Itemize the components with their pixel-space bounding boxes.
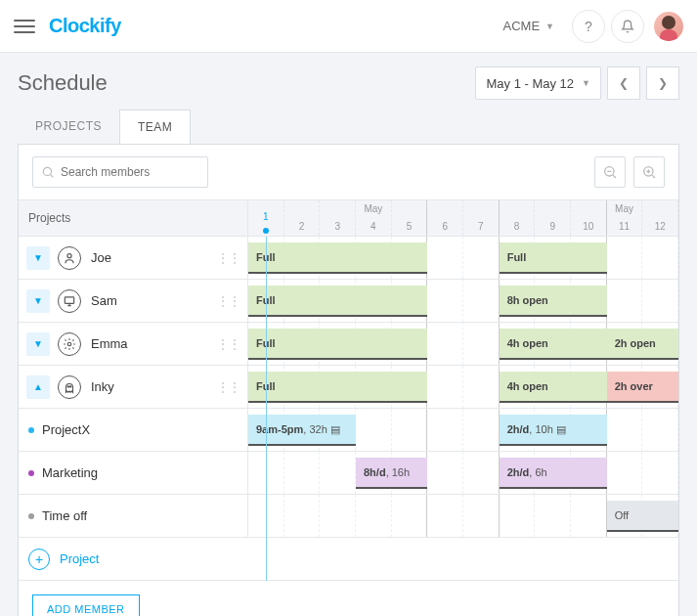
tab-projects[interactable]: PROJECTS [18,110,119,144]
svg-point-0 [43,167,51,175]
expand-button[interactable]: ▼ [26,332,50,356]
schedule-bar[interactable]: 8h/d, 16h [356,458,427,489]
add-member-button[interactable]: ADD MEMBER [32,594,140,616]
project-dot-icon [28,513,34,519]
toolbar [19,145,678,199]
date-range-label: May 1 - May 12 [486,76,574,91]
collapse-button[interactable]: ▲ [26,375,50,399]
expand-button[interactable]: ▼ [26,246,50,270]
plus-icon: + [28,549,50,570]
member-left: ▲Inky⋮⋮ [19,366,248,408]
top-bar: Clockify ACME ▼ ? [0,0,697,53]
search-input[interactable] [61,165,188,179]
member-row: ▼Joe⋮⋮FullFull [19,237,678,280]
drag-handle-icon[interactable]: ⋮⋮ [216,250,240,266]
tabs: PROJECTS TEAM [0,110,697,144]
drag-handle-icon[interactable]: ⋮⋮ [216,293,240,309]
schedule-bar[interactable]: 2h open [607,329,678,360]
bell-icon[interactable] [611,10,644,43]
member-name: Inky [91,379,114,394]
day-header-10: 10 [571,200,607,236]
member-days: FullFull [248,237,678,279]
member-icon [58,289,81,313]
project-name: Time off [42,508,87,523]
schedule-grid: Projects 1234May567891011May12 ▼Joe⋮⋮Ful… [19,199,678,581]
expand-button[interactable]: ▼ [26,289,50,313]
member-name: Joe [91,250,111,265]
project-left: Time off [19,495,248,537]
add-project-button[interactable]: + Project [19,538,678,581]
day-header-1: 1 [248,200,284,236]
schedule-bar[interactable]: Full [248,286,427,317]
svg-point-13 [67,342,71,346]
zoom-in-button[interactable] [633,156,665,188]
zoom-out-button[interactable] [594,156,626,188]
schedule-bar[interactable]: Off [607,501,678,532]
day-header-12: 12 [642,200,678,236]
svg-point-15 [70,385,71,386]
search-icon [41,165,55,179]
drag-handle-icon[interactable]: ⋮⋮ [216,379,240,395]
chevron-down-icon: ▼ [582,78,590,88]
tab-team[interactable]: TEAM [119,110,191,144]
days-header: 1234May567891011May12 [248,200,678,236]
svg-line-8 [652,175,655,178]
schedule-bar[interactable]: 9am-5pm, 32h ▤ [248,415,356,446]
day-header-2: 2 [284,200,321,236]
schedule-bar[interactable]: 4h open [500,329,607,360]
title-row: Schedule May 1 - May 12 ▼ ❮ ❯ [0,53,697,110]
member-left: ▼Joe⋮⋮ [19,237,248,279]
workspace-selector[interactable]: ACME ▼ [503,19,554,33]
member-icon [58,375,81,399]
avatar[interactable] [654,12,683,41]
prev-button[interactable]: ❮ [607,66,640,100]
schedule-bar[interactable]: 2h/d, 6h [500,458,607,489]
day-header-7: 7 [463,200,500,236]
day-header-5: 5 [392,200,428,236]
member-icon [58,246,81,270]
svg-rect-10 [65,296,73,302]
member-row: ▼Emma⋮⋮Full4h open2h open [19,323,678,366]
help-icon[interactable]: ? [572,10,605,43]
schedule-bar[interactable]: 4h open [500,372,607,403]
next-button[interactable]: ❯ [646,66,679,100]
chevron-down-icon: ▼ [545,22,554,31]
svg-line-1 [51,175,54,178]
drag-handle-icon[interactable]: ⋮⋮ [216,336,240,352]
svg-line-4 [613,175,616,178]
day-header-3: 3 [320,200,356,236]
date-range-picker[interactable]: May 1 - May 12 ▼ [475,66,601,100]
member-row: ▲Inky⋮⋮Full4h open2h over [19,366,678,409]
svg-point-14 [67,385,68,386]
project-days: Off [248,495,678,537]
project-row: Marketing8h/d, 16h2h/d, 6h [19,452,678,495]
member-row: ▼Sam⋮⋮Full8h open [19,280,678,323]
schedule-bar[interactable]: Full [248,329,427,360]
page-title: Schedule [18,70,475,96]
day-header-8: 8 [500,200,536,236]
day-header-9: 9 [535,200,571,236]
member-name: Sam [91,293,117,308]
project-left: Marketing [19,452,248,494]
svg-point-9 [67,253,71,257]
schedule-bar[interactable]: 2h over [607,372,678,403]
project-days: 8h/d, 16h2h/d, 6h [248,452,678,494]
project-left: ProjectX [19,409,248,451]
schedule-bar[interactable]: 2h/d, 10h ▤ [500,415,607,446]
project-row: Time offOff [19,495,678,538]
workspace-name: ACME [503,19,541,33]
member-name: Emma [91,336,128,351]
member-left: ▼Sam⋮⋮ [19,280,248,322]
schedule-bar[interactable]: 8h open [500,286,607,317]
schedule-bar[interactable]: Full [248,242,427,274]
schedule-card: Projects 1234May567891011May12 ▼Joe⋮⋮Ful… [18,144,679,616]
schedule-bar[interactable]: Full [500,242,607,274]
menu-icon[interactable] [14,16,35,37]
project-name: Marketing [42,465,98,480]
project-dot-icon [28,427,34,433]
day-header-6: 6 [427,200,463,236]
logo[interactable]: Clockify [49,15,121,37]
schedule-bar[interactable]: Full [248,372,427,403]
search-box[interactable] [32,156,208,188]
project-row: ProjectX9am-5pm, 32h ▤2h/d, 10h ▤ [19,409,678,452]
